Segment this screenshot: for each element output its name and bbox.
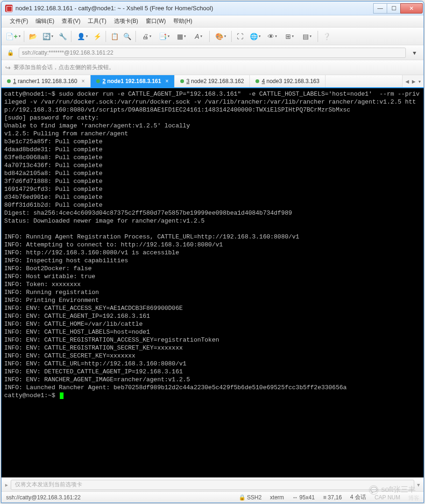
separator [106,31,106,42]
arrow-icon[interactable]: ↪ [5,64,11,71]
status-size: ↔ 95x41 [292,494,315,501]
tab-next-icon[interactable]: ▶ [412,79,416,84]
tab-nav: ◀ ▶ ▾ [402,75,424,87]
tab-node2[interactable]: 3 node2 192.168.3.162 [175,75,250,87]
tab-prev-icon[interactable]: ◀ [405,79,409,84]
statusbar: ssh://catty@192.168.3.161:22 🔒SSH2 xterm… [1,491,424,503]
compose-input[interactable]: 仅将文本发送到当前选项卡 [11,480,414,490]
titlebar[interactable]: node1 192.168.3.161 - catty@node1: ~ - X… [1,1,424,15]
separator [24,31,24,42]
tab-label: 1 rancher1 192.168.3.160 [13,78,77,84]
find-button[interactable]: 🔍 [121,31,133,42]
menubar: 文件(F) 编辑(E) 查看(V) 工具(T) 选项卡(B) 窗口(W) 帮助(… [1,15,424,28]
separator [209,31,210,42]
address-input[interactable]: ssh://catty:*******@192.168.3.161:22 [19,48,406,58]
minimize-button[interactable]: — [373,3,387,14]
menu-file[interactable]: 文件(F) [6,15,32,27]
copy-button[interactable]: 📋 [109,31,120,42]
menu-edit[interactable]: 编辑(E) [32,15,58,27]
new-session-button[interactable]: 📄+▾ [5,31,21,42]
fullscreen-button[interactable]: ⛶ [234,31,246,42]
app-icon [5,5,13,12]
window-title: node1 192.168.3.161 - catty@node1: ~ - X… [15,5,374,12]
address-text: ssh://catty:*******@192.168.3.161:22 [22,49,113,56]
separator [231,31,232,42]
properties-button[interactable]: 🔧 [57,31,68,42]
toggle-icon[interactable]: ▸ [5,482,8,488]
tab-label: 4 node3 192.168.3.163 [262,78,319,84]
tipbar: ↪ 要添加当前会话，点击左侧的箭头按钮。 [1,60,424,75]
status-pos: ≡ 37,16 [323,494,342,501]
user-button[interactable]: 👤▾ [74,31,90,42]
status-caps: CAP NUM [375,494,400,501]
tabstrip: 1 rancher1 192.168.3.160 × 2 node1 192.1… [1,75,424,88]
reconnect-button[interactable]: 🔄▾ [40,31,56,42]
tile-button[interactable]: ▤▾ [299,31,315,42]
menu-tab[interactable]: 选项卡(B) [110,15,142,27]
view-button[interactable]: 👁▾ [264,31,280,42]
maximize-button[interactable]: ☐ [387,3,401,14]
tab-close-icon[interactable]: × [81,78,85,84]
help-button[interactable]: ❔ [321,31,332,42]
xshell-window: node1 192.168.3.161 - catty@node1: ~ - X… [1,1,424,503]
status-dot-icon [96,79,100,83]
resize-icon: ↔ [292,494,298,501]
layout1-button[interactable]: ▦▾ [173,31,189,42]
tab-rancher1[interactable]: 1 rancher1 192.168.3.160 × [1,75,91,87]
tab-close-icon[interactable]: × [165,78,169,84]
tip-text: 要添加当前会话，点击左侧的箭头按钮。 [14,63,114,71]
menu-window[interactable]: 窗口(W) [142,15,170,27]
separator [135,31,136,42]
status-dot-icon [180,79,184,83]
tab-label: 2 node1 192.168.3.161 [102,78,161,84]
tab-list-icon[interactable]: ▾ [418,79,421,84]
status-sessions: 4 会话 [350,493,366,501]
compose-placeholder: 仅将文本发送到当前选项卡 [15,481,82,489]
tab-label: 3 node2 192.168.3.162 [186,78,244,84]
addressbar: 🔒 ssh://catty:*******@192.168.3.161:22 ▾ [1,45,424,60]
send-dropdown-icon[interactable]: ▾ [417,482,420,488]
separator [318,31,318,42]
lock-icon: 🔒 [239,494,246,501]
address-dropdown-button[interactable]: ▾ [409,47,420,58]
window-button[interactable]: ⊞▾ [282,31,298,42]
toolbar: 📄+▾ 📂 🔄▾ 🔧 👤▾ ⚡ 📋 🔍 🖨▾ 📑▾ ▦▾ A▾ 🎨▾ ⛶ 🌐▾ … [1,28,424,45]
lock-icon: 🔒 [7,49,14,56]
color-button[interactable]: 🎨▾ [212,31,228,42]
tab-node1[interactable]: 2 node1 192.168.3.161 × [91,75,174,87]
cursor-icon [60,392,64,399]
status-connection: ssh://catty@192.168.3.161:22 [6,494,81,501]
position-icon: ≡ [323,494,326,501]
font-button[interactable]: A▾ [191,31,206,42]
separator [71,31,71,42]
terminal[interactable]: catty@node1:~$ sudo docker run -e CATTLE… [1,88,424,477]
bottom-input-row: ▸ 仅将文本发送到当前选项卡 ▾ [1,477,424,491]
status-proto: 🔒SSH2 [239,494,262,501]
window-buttons: — ☐ ✕ [374,3,423,14]
terminal-prompt: catty@node1:~$ [4,392,59,399]
quick-button[interactable]: ⚡ [92,31,103,42]
open-button[interactable]: 📂 [27,31,38,42]
status-dot-icon [7,79,11,83]
menu-tools[interactable]: 工具(T) [84,15,110,27]
log-button[interactable]: 📑▾ [156,31,172,42]
status-term: xterm [270,494,284,501]
tab-node3[interactable]: 4 node3 192.168.3.163 [250,75,325,87]
close-button[interactable]: ✕ [400,3,423,14]
menu-help[interactable]: 帮助(H) [170,15,196,27]
menu-view[interactable]: 查看(V) [58,15,84,27]
status-dot-icon [255,79,259,83]
print-button[interactable]: 🖨▾ [139,31,155,42]
terminal-output: catty@node1:~$ sudo docker run -e CATTLE… [4,91,419,391]
encoding-button[interactable]: 🌐▾ [247,31,263,42]
